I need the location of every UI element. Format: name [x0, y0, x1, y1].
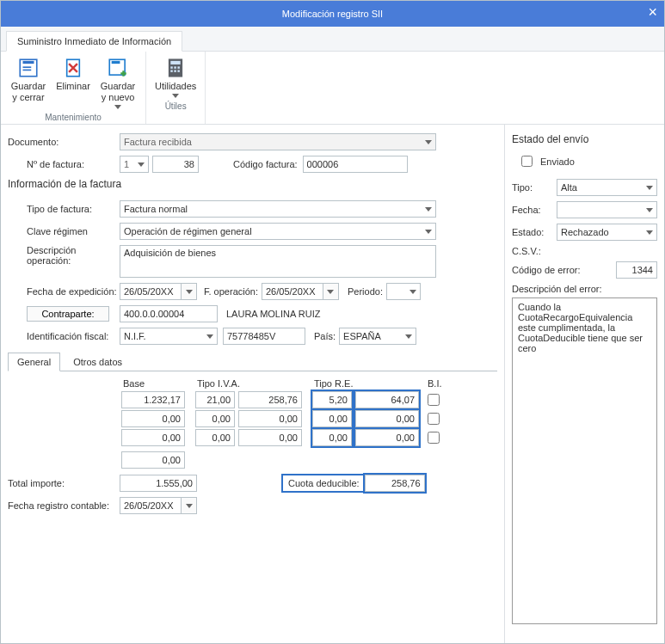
save-new-button[interactable]: Guardar y nuevo: [99, 57, 137, 109]
iva-cuota-input[interactable]: [238, 410, 302, 427]
col-base: Base: [120, 377, 187, 390]
fecha-envio-label: Fecha:: [512, 205, 551, 215]
chevron-down-icon: [405, 334, 412, 339]
base-input[interactable]: [121, 410, 185, 427]
tipo-factura-select[interactable]: Factura normal: [120, 200, 436, 218]
codigo-factura-label: Código factura:: [233, 159, 298, 169]
contraparte-button[interactable]: Contraparte:: [27, 306, 109, 322]
total-importe-input[interactable]: [120, 475, 197, 492]
pais-label: País:: [314, 331, 336, 341]
iva-pct-input[interactable]: [195, 391, 235, 408]
tab-general[interactable]: General: [8, 353, 60, 371]
fecha-reg-label: Fecha registro contable:: [8, 500, 120, 511]
f-operacion-dropdown[interactable]: [323, 283, 339, 300]
base-input[interactable]: [121, 429, 185, 446]
desc-error-label: Descripción del error:: [512, 284, 657, 294]
cuota-deducible-input[interactable]: [365, 475, 425, 492]
ribbon: Guardar y cerrar Eliminar Guardar y: [1, 52, 664, 125]
iva-pct-input[interactable]: [195, 429, 235, 446]
documento-label: Documento:: [8, 137, 120, 147]
save-new-icon: [106, 57, 130, 79]
clave-regimen-label: Clave régimen: [8, 226, 120, 236]
delete-button[interactable]: Eliminar: [54, 57, 92, 92]
id-fiscal-valor-input[interactable]: [223, 328, 305, 345]
chevron-down-icon: [409, 290, 416, 294]
codigo-error-input[interactable]: [616, 261, 657, 279]
documento-select[interactable]: Factura recibida: [120, 133, 436, 150]
f-operacion-input[interactable]: [262, 283, 323, 300]
chevron-down-icon: [646, 230, 653, 235]
bi-checkbox[interactable]: [428, 413, 440, 425]
iva-pct-input[interactable]: [195, 410, 235, 427]
table-row: [120, 409, 446, 428]
title-bar: Modificación registro SII ×: [1, 1, 664, 27]
chevron-down-icon: [114, 105, 121, 109]
fecha-exp-label: Fecha de expedición:: [8, 286, 120, 297]
id-fiscal-tipo-select[interactable]: N.I.F.: [120, 328, 218, 345]
col-bi: B.I.: [421, 377, 446, 390]
bi-checkbox[interactable]: [428, 432, 440, 444]
save-close-button[interactable]: Guardar y cerrar: [9, 57, 47, 103]
chevron-down-icon: [646, 186, 653, 190]
info-factura-heading: Información de la factura: [8, 178, 121, 190]
svg-rect-14: [178, 70, 180, 71]
fecha-envio-select[interactable]: [557, 201, 657, 218]
svg-rect-11: [178, 66, 180, 68]
fecha-reg-input[interactable]: [120, 497, 182, 514]
desc-operacion-input[interactable]: Adquisición de bienes: [120, 245, 436, 278]
id-fiscal-label: Identificación fiscal:: [8, 331, 120, 341]
chevron-down-icon: [138, 163, 145, 167]
enviado-label: Enviado: [540, 156, 575, 167]
clave-regimen-select[interactable]: Operación de régimen general: [120, 223, 436, 240]
chevron-down-icon: [425, 207, 432, 212]
svg-rect-1: [23, 61, 34, 64]
fecha-reg-dropdown[interactable]: [182, 497, 197, 514]
pais-select[interactable]: ESPAÑA: [339, 328, 416, 345]
iva-cuota-input[interactable]: [238, 391, 302, 408]
extra-base-input[interactable]: [121, 451, 185, 469]
chevron-down-icon: [186, 290, 193, 294]
tipo-envio-label: Tipo:: [512, 182, 551, 193]
contraparte-nombre: LAURA MOLINA RUIZ: [226, 309, 320, 319]
num-factura-input[interactable]: [152, 156, 199, 173]
re-cuota-input[interactable]: [355, 391, 419, 408]
base-input[interactable]: [121, 391, 185, 408]
re-pct-input[interactable]: [312, 410, 352, 427]
codigo-factura-input[interactable]: [303, 156, 408, 173]
tab-otros-datos[interactable]: Otros datos: [64, 353, 132, 371]
chevron-down-icon: [186, 504, 193, 508]
svg-rect-2: [23, 66, 32, 68]
estado-envio-select[interactable]: Rechazado: [557, 224, 657, 241]
fecha-exp-input[interactable]: [120, 283, 182, 300]
fecha-exp-dropdown[interactable]: [182, 283, 197, 300]
calculator-icon: [163, 57, 188, 79]
re-pct-input[interactable]: [312, 391, 352, 408]
svg-rect-9: [170, 66, 172, 68]
tipo-envio-select[interactable]: Alta: [557, 179, 657, 196]
svg-rect-3: [23, 70, 32, 71]
csv-label: C.S.V.:: [512, 246, 541, 256]
re-cuota-input[interactable]: [355, 429, 419, 446]
close-icon[interactable]: ×: [648, 3, 657, 21]
num-factura-label: Nº de factura:: [8, 159, 120, 169]
table-row: [120, 428, 446, 447]
re-pct-input[interactable]: [312, 429, 352, 446]
serie-select[interactable]: 1: [120, 156, 149, 173]
bi-checkbox[interactable]: [428, 394, 440, 406]
svg-rect-12: [170, 70, 172, 71]
ribbon-group-maintenance: Mantenimiento: [9, 113, 137, 122]
svg-rect-6: [112, 61, 120, 64]
total-importe-label: Total importe:: [8, 478, 120, 488]
table-row: [120, 390, 446, 409]
periodo-select[interactable]: [386, 283, 421, 300]
iva-cuota-input[interactable]: [238, 429, 302, 446]
ribbon-tab-sii[interactable]: Suministro Inmediato de Información: [6, 31, 182, 52]
enviado-checkbox[interactable]: [521, 156, 533, 167]
ribbon-tab-row: Suministro Inmediato de Información: [1, 27, 664, 52]
contraparte-cuenta-input[interactable]: [120, 305, 218, 322]
utilities-button[interactable]: Utilidades: [155, 57, 196, 98]
f-operacion-label: F. operación:: [204, 286, 258, 297]
re-cuota-input[interactable]: [355, 410, 419, 427]
estado-envio-heading: Estado del envío: [512, 133, 657, 145]
col-tipo-iva: Tipo I.V.A.: [194, 377, 304, 390]
